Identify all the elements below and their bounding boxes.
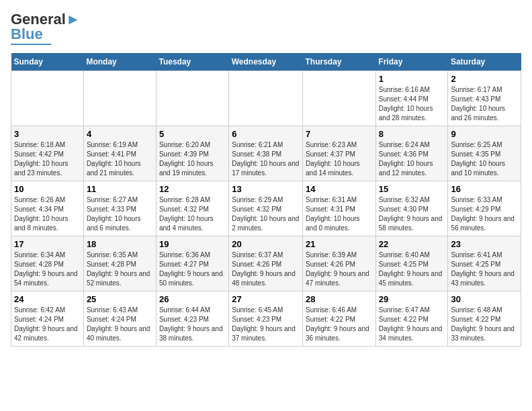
day-header-monday: Monday	[83, 53, 156, 71]
day-number: 6	[232, 129, 300, 139]
week-row-3: 10Sunrise: 6:26 AM Sunset: 4:34 PM Dayli…	[11, 181, 521, 236]
day-info: Sunrise: 6:43 AM Sunset: 4:24 PM Dayligh…	[87, 306, 153, 343]
day-info: Sunrise: 6:35 AM Sunset: 4:28 PM Dayligh…	[87, 250, 153, 288]
calendar-cell	[303, 71, 376, 126]
day-number: 2	[451, 74, 518, 84]
calendar-cell: 15Sunrise: 6:32 AM Sunset: 4:30 PM Dayli…	[375, 181, 448, 236]
calendar-cell: 29Sunrise: 6:47 AM Sunset: 4:22 PM Dayli…	[375, 291, 448, 347]
day-info: Sunrise: 6:18 AM Sunset: 4:42 PM Dayligh…	[14, 140, 81, 178]
day-info: Sunrise: 6:46 AM Sunset: 4:22 PM Dayligh…	[306, 306, 373, 343]
calendar-cell: 11Sunrise: 6:27 AM Sunset: 4:33 PM Dayli…	[83, 181, 156, 236]
day-number: 26	[159, 294, 226, 304]
day-number: 30	[451, 294, 518, 304]
calendar-cell: 1Sunrise: 6:16 AM Sunset: 4:44 PM Daylig…	[375, 71, 448, 126]
day-number: 23	[451, 239, 518, 249]
day-info: Sunrise: 6:40 AM Sunset: 4:25 PM Dayligh…	[379, 250, 445, 288]
day-info: Sunrise: 6:33 AM Sunset: 4:29 PM Dayligh…	[451, 195, 518, 233]
day-info: Sunrise: 6:39 AM Sunset: 4:26 PM Dayligh…	[306, 250, 373, 288]
day-info: Sunrise: 6:42 AM Sunset: 4:24 PM Dayligh…	[14, 306, 81, 343]
day-number: 18	[87, 239, 153, 249]
calendar-cell: 26Sunrise: 6:44 AM Sunset: 4:23 PM Dayli…	[156, 291, 228, 347]
day-header-saturday: Saturday	[448, 53, 521, 71]
week-row-5: 24Sunrise: 6:42 AM Sunset: 4:24 PM Dayli…	[11, 291, 521, 347]
calendar-cell	[156, 71, 228, 126]
calendar-cell: 12Sunrise: 6:28 AM Sunset: 4:32 PM Dayli…	[156, 181, 228, 236]
calendar-cell: 17Sunrise: 6:34 AM Sunset: 4:28 PM Dayli…	[11, 236, 84, 291]
day-number: 25	[87, 294, 153, 304]
day-header-thursday: Thursday	[303, 53, 376, 71]
calendar-header-row: SundayMondayTuesdayWednesdayThursdayFrid…	[11, 53, 521, 71]
calendar-body: 1Sunrise: 6:16 AM Sunset: 4:44 PM Daylig…	[11, 71, 521, 347]
calendar-cell: 24Sunrise: 6:42 AM Sunset: 4:24 PM Dayli…	[11, 291, 84, 347]
day-info: Sunrise: 6:16 AM Sunset: 4:44 PM Dayligh…	[379, 85, 445, 123]
calendar-cell: 4Sunrise: 6:19 AM Sunset: 4:41 PM Daylig…	[83, 126, 156, 181]
day-header-wednesday: Wednesday	[229, 53, 303, 71]
page-header: General► Blue	[11, 11, 521, 45]
day-info: Sunrise: 6:37 AM Sunset: 4:26 PM Dayligh…	[232, 250, 300, 288]
day-number: 8	[379, 129, 445, 139]
calendar-cell	[11, 71, 84, 126]
day-info: Sunrise: 6:23 AM Sunset: 4:37 PM Dayligh…	[306, 140, 373, 178]
day-info: Sunrise: 6:25 AM Sunset: 4:35 PM Dayligh…	[451, 140, 518, 178]
day-info: Sunrise: 6:44 AM Sunset: 4:23 PM Dayligh…	[159, 306, 226, 343]
day-info: Sunrise: 6:29 AM Sunset: 4:32 PM Dayligh…	[232, 195, 300, 233]
calendar-cell	[83, 71, 156, 126]
calendar-cell: 6Sunrise: 6:21 AM Sunset: 4:38 PM Daylig…	[229, 126, 303, 181]
calendar-cell: 10Sunrise: 6:26 AM Sunset: 4:34 PM Dayli…	[11, 181, 84, 236]
day-header-tuesday: Tuesday	[156, 53, 228, 71]
day-info: Sunrise: 6:21 AM Sunset: 4:38 PM Dayligh…	[232, 140, 300, 178]
day-number: 4	[87, 129, 153, 139]
calendar-cell: 3Sunrise: 6:18 AM Sunset: 4:42 PM Daylig…	[11, 126, 84, 181]
calendar-cell: 19Sunrise: 6:36 AM Sunset: 4:27 PM Dayli…	[156, 236, 228, 291]
calendar-cell: 14Sunrise: 6:31 AM Sunset: 4:31 PM Dayli…	[303, 181, 376, 236]
calendar-cell: 20Sunrise: 6:37 AM Sunset: 4:26 PM Dayli…	[229, 236, 303, 291]
day-number: 13	[232, 184, 300, 194]
calendar-cell: 22Sunrise: 6:40 AM Sunset: 4:25 PM Dayli…	[375, 236, 448, 291]
calendar-table: SundayMondayTuesdayWednesdayThursdayFrid…	[11, 53, 521, 347]
day-info: Sunrise: 6:20 AM Sunset: 4:39 PM Dayligh…	[159, 140, 226, 178]
day-info: Sunrise: 6:47 AM Sunset: 4:22 PM Dayligh…	[379, 306, 445, 343]
day-number: 29	[379, 294, 445, 304]
day-info: Sunrise: 6:48 AM Sunset: 4:22 PM Dayligh…	[451, 306, 518, 343]
calendar-cell: 30Sunrise: 6:48 AM Sunset: 4:22 PM Dayli…	[448, 291, 521, 347]
calendar-cell: 5Sunrise: 6:20 AM Sunset: 4:39 PM Daylig…	[156, 126, 228, 181]
day-number: 3	[14, 129, 81, 139]
calendar-cell: 28Sunrise: 6:46 AM Sunset: 4:22 PM Dayli…	[303, 291, 376, 347]
day-info: Sunrise: 6:32 AM Sunset: 4:30 PM Dayligh…	[379, 195, 445, 233]
day-info: Sunrise: 6:26 AM Sunset: 4:34 PM Dayligh…	[14, 195, 81, 233]
day-number: 16	[451, 184, 518, 194]
calendar-cell: 9Sunrise: 6:25 AM Sunset: 4:35 PM Daylig…	[448, 126, 521, 181]
day-number: 7	[306, 129, 373, 139]
day-info: Sunrise: 6:41 AM Sunset: 4:25 PM Dayligh…	[451, 250, 518, 288]
day-number: 12	[159, 184, 226, 194]
week-row-1: 1Sunrise: 6:16 AM Sunset: 4:44 PM Daylig…	[11, 71, 521, 126]
day-info: Sunrise: 6:45 AM Sunset: 4:23 PM Dayligh…	[232, 306, 300, 343]
day-info: Sunrise: 6:19 AM Sunset: 4:41 PM Dayligh…	[87, 140, 153, 178]
logo-text2: Blue	[11, 26, 43, 43]
day-header-sunday: Sunday	[11, 53, 84, 71]
day-number: 28	[306, 294, 373, 304]
day-info: Sunrise: 6:27 AM Sunset: 4:33 PM Dayligh…	[87, 195, 153, 233]
week-row-4: 17Sunrise: 6:34 AM Sunset: 4:28 PM Dayli…	[11, 236, 521, 291]
day-number: 20	[232, 239, 300, 249]
calendar-cell: 21Sunrise: 6:39 AM Sunset: 4:26 PM Dayli…	[303, 236, 376, 291]
calendar-cell: 23Sunrise: 6:41 AM Sunset: 4:25 PM Dayli…	[448, 236, 521, 291]
day-number: 10	[14, 184, 81, 194]
logo: General► Blue	[11, 11, 81, 45]
day-number: 5	[159, 129, 226, 139]
calendar-cell	[229, 71, 303, 126]
calendar-cell: 8Sunrise: 6:24 AM Sunset: 4:36 PM Daylig…	[375, 126, 448, 181]
week-row-2: 3Sunrise: 6:18 AM Sunset: 4:42 PM Daylig…	[11, 126, 521, 181]
day-info: Sunrise: 6:17 AM Sunset: 4:43 PM Dayligh…	[451, 85, 518, 123]
day-info: Sunrise: 6:31 AM Sunset: 4:31 PM Dayligh…	[306, 195, 373, 233]
calendar-cell: 25Sunrise: 6:43 AM Sunset: 4:24 PM Dayli…	[83, 291, 156, 347]
calendar-cell: 2Sunrise: 6:17 AM Sunset: 4:43 PM Daylig…	[448, 71, 521, 126]
day-number: 17	[14, 239, 81, 249]
logo-line	[11, 44, 51, 45]
day-number: 1	[379, 74, 445, 84]
day-number: 24	[14, 294, 81, 304]
calendar-cell: 27Sunrise: 6:45 AM Sunset: 4:23 PM Dayli…	[229, 291, 303, 347]
calendar-cell: 16Sunrise: 6:33 AM Sunset: 4:29 PM Dayli…	[448, 181, 521, 236]
calendar-cell: 13Sunrise: 6:29 AM Sunset: 4:32 PM Dayli…	[229, 181, 303, 236]
day-info: Sunrise: 6:34 AM Sunset: 4:28 PM Dayligh…	[14, 250, 81, 288]
